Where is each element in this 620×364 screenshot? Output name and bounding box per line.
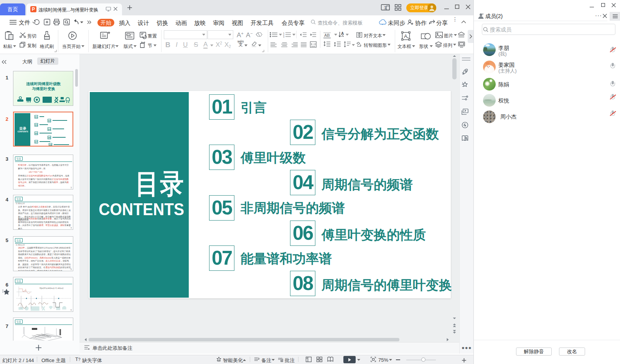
svg-text:A: A [404,33,407,39]
svg-text:1: 1 [384,5,386,10]
svg-text:A: A [341,31,344,36]
svg-text:X(jω)=Σ q sin(nω₀t)−X, sin(ω₀t: X(jω)=Σ q sin(nω₀t)−X, sin(ω₀t) [40,287,64,289]
svg-text:3: 3 [283,36,284,38]
